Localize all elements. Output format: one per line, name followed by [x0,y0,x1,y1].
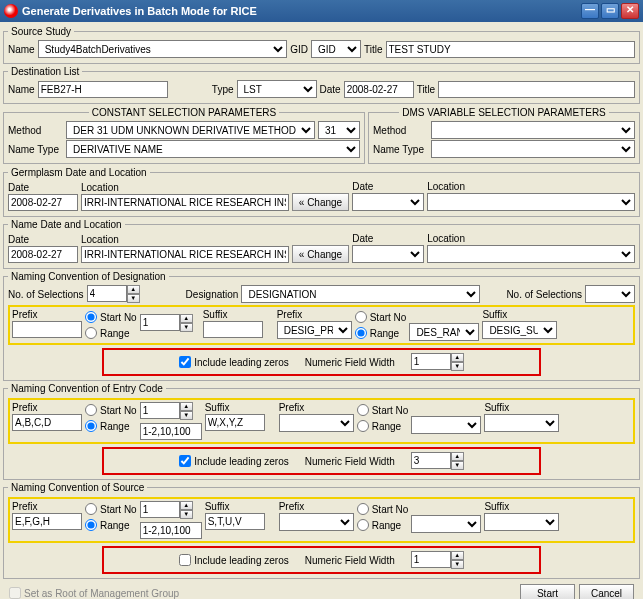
e-num-input[interactable] [140,402,180,419]
minimize-button[interactable]: — [581,3,599,19]
s-range-input[interactable] [140,522,202,539]
s2-prefix-select[interactable] [279,513,354,531]
nl-date-input[interactable] [8,246,78,263]
spin-up-icon[interactable]: ▲ [451,452,464,461]
s-range-radio[interactable]: Range [85,519,137,531]
germ-date2-select[interactable] [352,193,424,211]
d-inczeros-check[interactable]: Include leading zeros [179,356,289,368]
spin-down-icon[interactable]: ▼ [180,323,193,332]
d2-suffix-select[interactable]: DESIG_SUFF [482,321,557,339]
germ-loc-label: Location [81,182,289,193]
s-num-input[interactable] [140,501,180,518]
titlebar: Generate Derivatives in Batch Mode for R… [0,0,643,22]
source-title-input[interactable] [386,41,636,58]
dms-legend: DMS VARIABLE SELECTION PARAMETERS [399,107,609,118]
desig-select[interactable]: DESIGNATION [241,285,480,303]
method-num-select[interactable]: 31 [318,121,360,139]
cancel-button[interactable]: Cancel [579,584,634,599]
e2-suffix-select[interactable] [484,414,559,432]
spin-down-icon[interactable]: ▼ [180,411,193,420]
e2-range-select[interactable] [411,416,481,434]
d2-range-radio[interactable]: Range [355,327,407,339]
d2-range-select[interactable]: DES_RANG [409,323,479,341]
e2-range-radio[interactable]: Range [357,420,409,432]
destination-list-group: Destination List Name Type LST Date Titl… [3,66,640,104]
method-label: Method [8,125,63,136]
nl-loc-input[interactable] [81,246,289,263]
spin-up-icon[interactable]: ▲ [180,501,193,510]
e-range-input[interactable] [140,423,202,440]
source-study-group: Source Study Name Study4BatchDerivatives… [3,26,640,64]
set-root-check: Set as Root of Management Group [9,587,179,599]
s-startno-radio[interactable]: Start No [85,503,137,515]
d-range-radio[interactable]: Range [85,327,137,339]
s-suffix-input[interactable] [205,513,265,530]
d2-startno-radio[interactable]: Start No [355,311,407,323]
d-nfw-input[interactable] [411,353,451,370]
spin-down-icon[interactable]: ▼ [451,362,464,371]
window-title: Generate Derivatives in Batch Mode for R… [22,5,257,17]
nl-date2-select[interactable] [352,245,424,263]
e-startno-radio[interactable]: Start No [85,404,137,416]
e-range-radio[interactable]: Range [85,420,137,432]
start-button[interactable]: Start [520,584,575,599]
spin-up-icon[interactable]: ▲ [180,402,193,411]
d2-prefix-select[interactable]: DESIG_PREF [277,321,352,339]
app-icon [4,4,18,18]
germ-change-button[interactable]: « Change [292,193,349,211]
nametype-select[interactable]: DERIVATIVE NAME [66,140,360,158]
d2-prefix-label: Prefix [277,309,352,320]
s-nfw-input[interactable] [411,551,451,568]
germ-loc-input[interactable] [81,194,289,211]
s2-startno-radio[interactable]: Start No [357,503,409,515]
nosel2-label: No. of Selections [506,289,582,300]
nl-loc2-select[interactable] [427,245,635,263]
d-startno-radio[interactable]: Start No [85,311,137,323]
dest-legend: Destination List [8,66,82,77]
germ-date-input[interactable] [8,194,78,211]
gid-select[interactable]: GID [311,40,361,58]
s-inczeros-check[interactable]: Include leading zeros [179,554,289,566]
dest-name-input[interactable] [38,81,168,98]
dms-params-group: DMS VARIABLE SELECTION PARAMETERS Method… [368,107,640,164]
e2-startno-radio[interactable]: Start No [357,404,409,416]
source-name-select[interactable]: Study4BatchDerivatives [38,40,288,58]
e2-prefix-label: Prefix [279,402,354,413]
maximize-button[interactable]: ▭ [601,3,619,19]
dms-method-select[interactable] [431,121,635,139]
e2-suffix-label: Suffix [484,402,559,413]
d-prefix-input[interactable] [12,321,82,338]
germ-loc2-select[interactable] [427,193,635,211]
spin-down-icon[interactable]: ▼ [127,294,140,303]
spin-up-icon[interactable]: ▲ [451,353,464,362]
nosel2-select[interactable] [585,285,635,303]
close-button[interactable]: ✕ [621,3,639,19]
dms-nametype-select[interactable] [431,140,635,158]
spin-up-icon[interactable]: ▲ [180,314,193,323]
s2-range-select[interactable] [411,515,481,533]
e-inczeros-check[interactable]: Include leading zeros [179,455,289,467]
dest-title-input[interactable] [438,81,635,98]
d-num-input[interactable] [140,314,180,331]
dest-type-select[interactable]: LST [237,80,317,98]
s2-range-radio[interactable]: Range [357,519,409,531]
spin-down-icon[interactable]: ▼ [451,560,464,569]
spin-down-icon[interactable]: ▼ [451,461,464,470]
spin-up-icon[interactable]: ▲ [127,285,140,294]
nosel-input[interactable] [87,285,127,302]
title-label: Title [364,44,383,55]
nosel-label: No. of Selections [8,289,84,300]
e-prefix-input[interactable] [12,414,82,431]
s-prefix-input[interactable] [12,513,82,530]
nl-date-label: Date [8,234,78,245]
e-suffix-input[interactable] [205,414,265,431]
spin-up-icon[interactable]: ▲ [451,551,464,560]
s2-suffix-select[interactable] [484,513,559,531]
spin-down-icon[interactable]: ▼ [180,510,193,519]
d-suffix-input[interactable] [203,321,263,338]
e2-prefix-select[interactable] [279,414,354,432]
nl-change-button[interactable]: « Change [292,245,349,263]
e-nfw-input[interactable] [411,452,451,469]
method-select[interactable]: DER 31 UDM UNKNOWN DERIVATIVE METHOD [66,121,315,139]
dest-date-input[interactable] [344,81,414,98]
